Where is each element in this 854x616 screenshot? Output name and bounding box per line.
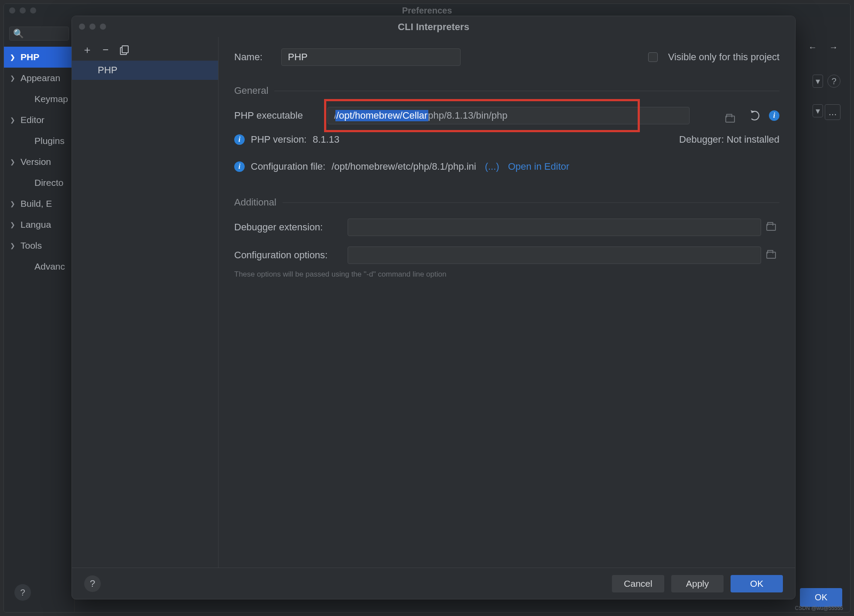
sidebar-item-label: Appearan <box>20 73 60 83</box>
chevron-right-icon: ❯ <box>10 221 15 228</box>
preferences-sidebar-item[interactable]: Advanc <box>4 256 74 277</box>
additional-section-header: Additional <box>234 197 779 208</box>
general-section-label: General <box>234 85 268 96</box>
preferences-sidebar-item[interactable]: ❯Appearan <box>4 68 74 89</box>
sidebar-item-label: Plugins <box>34 136 65 146</box>
interpreter-toolbar: ＋ − <box>72 37 218 61</box>
folder-icon <box>725 116 735 123</box>
configuration-options-label: Configuration options: <box>234 250 340 261</box>
preferences-sidebar-item[interactable]: ❯Langua <box>4 214 74 235</box>
traffic-close-icon[interactable] <box>9 7 15 14</box>
dialog-footer: ? Cancel Apply OK <box>72 568 795 599</box>
configuration-options-input[interactable] <box>348 246 761 264</box>
config-file-label: Configuration file: <box>251 161 325 172</box>
sidebar-item-label: Tools <box>20 240 42 251</box>
sidebar-item-label: PHP <box>20 52 39 62</box>
php-version-label: PHP version: <box>251 134 307 145</box>
debugger-extension-label: Debugger extension: <box>234 222 340 233</box>
info-icon[interactable]: i <box>769 110 779 121</box>
apply-button[interactable]: Apply <box>671 575 724 592</box>
additional-section-label: Additional <box>234 197 277 208</box>
nav-back-icon[interactable]: ← <box>808 42 817 52</box>
interpreter-list-item[interactable]: PHP <box>72 61 218 80</box>
folder-icon <box>766 252 776 259</box>
preferences-sidebar: 🔍 ❯PHP❯AppearanKeymap❯EditorPlugins❯Vers… <box>4 17 75 612</box>
debugger-extension-input[interactable] <box>348 219 761 236</box>
name-input[interactable] <box>281 48 461 66</box>
preferences-help-button[interactable]: ? <box>14 584 31 601</box>
dialog-traffic-min-icon[interactable] <box>89 24 96 30</box>
preferences-sidebar-item[interactable]: Plugins <box>4 130 74 151</box>
sidebar-item-label: Build, E <box>20 198 52 209</box>
browse-configuration-options-button[interactable] <box>763 246 779 264</box>
info-icon: i <box>234 161 245 172</box>
info-icon: i <box>234 134 245 145</box>
search-icon: 🔍 <box>13 28 24 39</box>
cancel-button[interactable]: Cancel <box>612 575 664 592</box>
preferences-sidebar-item[interactable]: ❯Version <box>4 151 74 172</box>
copy-icon <box>120 45 128 54</box>
traffic-max-icon[interactable] <box>30 7 36 14</box>
debugger-value: Not installed <box>727 134 779 145</box>
dropdown-toggle-2[interactable]: ▾ <box>813 104 823 117</box>
interpreter-list: PHP <box>72 61 218 568</box>
folder-icon <box>766 224 776 231</box>
sidebar-item-label: Editor <box>20 115 44 125</box>
watermark: CSDN @wu@55555 <box>795 605 843 611</box>
sidebar-item-label: Directo <box>34 178 64 188</box>
preferences-sidebar-item[interactable]: ❯Build, E <box>4 193 74 214</box>
general-section-header: General <box>234 85 779 96</box>
debugger-label: Debugger: <box>679 134 724 145</box>
preferences-titlebar: Preferences <box>4 4 850 17</box>
php-version-value: 8.1.13 <box>313 134 339 145</box>
nav-forward-icon[interactable]: → <box>829 42 838 52</box>
dialog-title: CLI Interpreters <box>398 21 469 33</box>
chevron-right-icon: ❯ <box>10 242 15 249</box>
dialog-traffic-close-icon[interactable] <box>79 24 85 30</box>
browse-executable-button[interactable] <box>722 110 738 128</box>
interpreter-list-panel: ＋ − PHP <box>72 37 219 568</box>
preferences-sidebar-item[interactable]: ❯Tools <box>4 235 74 256</box>
visible-only-project-label: Visible only for this project <box>668 51 779 63</box>
name-label: Name: <box>234 51 271 63</box>
preferences-ok-button[interactable]: OK <box>800 588 842 607</box>
sidebar-item-label: Version <box>20 157 51 167</box>
reload-icon[interactable] <box>750 111 759 120</box>
divider <box>274 91 779 91</box>
context-help-icon[interactable]: ? <box>827 75 840 88</box>
preferences-sidebar-item[interactable]: ❯Editor <box>4 110 74 130</box>
chevron-right-icon: ❯ <box>10 54 15 61</box>
sidebar-item-label: Keymap <box>34 94 68 104</box>
visible-only-project-checkbox[interactable] <box>648 52 658 62</box>
copy-interpreter-button[interactable] <box>119 45 129 55</box>
preferences-sidebar-item[interactable]: Directo <box>4 172 74 193</box>
dialog-traffic-max-icon[interactable] <box>100 24 106 30</box>
chevron-right-icon: ❯ <box>10 116 15 123</box>
interpreter-detail-panel: Name: Visible only for this project Gene… <box>219 37 795 568</box>
preferences-nav: ← → <box>808 42 838 52</box>
ok-button[interactable]: OK <box>731 575 783 592</box>
preferences-sidebar-item[interactable]: Keymap <box>4 89 74 110</box>
preferences-search-input[interactable]: 🔍 <box>9 27 69 41</box>
dialog-help-button[interactable]: ? <box>84 575 101 592</box>
chevron-right-icon: ❯ <box>10 158 15 165</box>
sidebar-item-label: Langua <box>20 219 51 230</box>
browse-debugger-extension-button[interactable] <box>763 219 779 236</box>
preferences-sidebar-item[interactable]: ❯PHP <box>4 47 74 68</box>
configuration-options-hint: These options will be passed using the '… <box>234 270 779 279</box>
php-executable-label: PHP executable <box>234 110 320 121</box>
sidebar-item-label: Advanc <box>34 261 65 272</box>
preferences-title: Preferences <box>402 6 452 16</box>
remove-interpreter-button[interactable]: − <box>101 45 110 55</box>
divider <box>283 202 779 203</box>
config-file-more-button[interactable]: (...) <box>485 161 499 172</box>
ellipsis-button[interactable]: … <box>825 104 840 120</box>
add-interpreter-button[interactable]: ＋ <box>82 45 92 55</box>
traffic-min-icon[interactable] <box>20 7 26 14</box>
open-in-editor-link[interactable]: Open in Editor <box>508 161 570 172</box>
php-executable-selection: /opt/homebrew/Cellar <box>335 110 428 121</box>
config-file-path: /opt/homebrew/etc/php/8.1/php.ini <box>331 161 476 172</box>
dropdown-toggle-1[interactable]: ▾ <box>813 75 823 88</box>
cli-interpreters-dialog: CLI Interpreters ＋ − PHP Name: Visible o… <box>72 16 796 599</box>
chevron-right-icon: ❯ <box>10 200 15 207</box>
